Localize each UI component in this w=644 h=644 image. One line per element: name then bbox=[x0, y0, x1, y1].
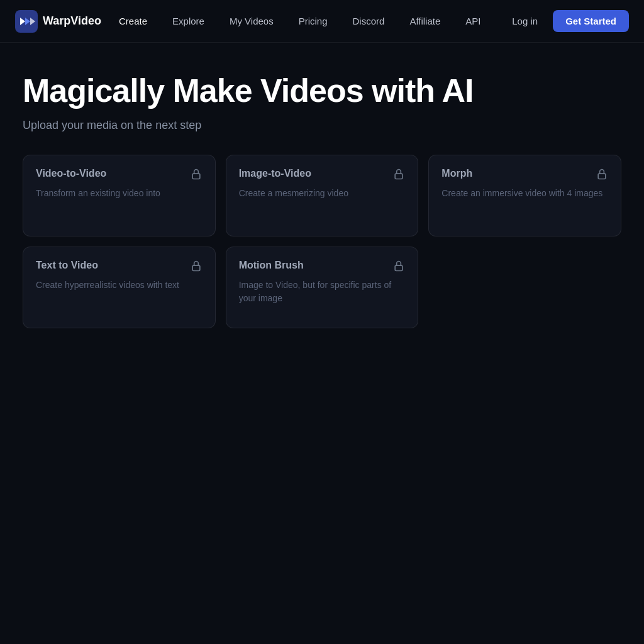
logo-link[interactable]: WarpVideo bbox=[15, 10, 101, 33]
svg-rect-3 bbox=[598, 174, 606, 179]
nav-explore[interactable]: Explore bbox=[160, 0, 217, 43]
svg-rect-1 bbox=[192, 174, 200, 179]
card-title: Motion Brush bbox=[239, 260, 304, 271]
nav-create[interactable]: Create bbox=[106, 0, 160, 43]
card-video-to-video[interactable]: Video-to-Video Transform an existing vid… bbox=[23, 155, 216, 236]
svg-rect-2 bbox=[395, 174, 402, 179]
card-description: Create an immersive video with 4 images bbox=[441, 187, 608, 200]
card-motion-brush[interactable]: Motion Brush Image to Video, but for spe… bbox=[226, 247, 419, 328]
lock-icon bbox=[596, 168, 608, 180]
nav-right: Log in Get Started bbox=[502, 10, 629, 32]
card-header: Motion Brush bbox=[239, 260, 406, 272]
logo-icon bbox=[15, 10, 38, 33]
lock-icon bbox=[190, 168, 203, 180]
card-description: Create a mesmerizing video bbox=[239, 187, 406, 200]
card-text-to-video[interactable]: Text to Video Create hyperrealistic vide… bbox=[23, 247, 216, 328]
card-image-to-video[interactable]: Image-to-Video Create a mesmerizing vide… bbox=[226, 155, 419, 236]
card-header: Image-to-Video bbox=[239, 168, 406, 180]
card-description: Image to Video, but for specific parts o… bbox=[239, 279, 406, 305]
card-title: Text to Video bbox=[36, 260, 98, 271]
svg-rect-5 bbox=[395, 265, 402, 270]
svg-rect-4 bbox=[192, 265, 200, 270]
page-subtitle: Upload your media on the next step bbox=[23, 119, 621, 132]
card-title: Image-to-Video bbox=[239, 168, 311, 179]
nav-pricing[interactable]: Pricing bbox=[286, 0, 340, 43]
card-header: Text to Video bbox=[36, 260, 203, 272]
card-title: Video-to-Video bbox=[36, 168, 106, 179]
lock-icon bbox=[190, 260, 203, 272]
cards-grid: Video-to-Video Transform an existing vid… bbox=[23, 155, 621, 328]
get-started-button[interactable]: Get Started bbox=[553, 10, 629, 32]
card-title: Morph bbox=[441, 168, 472, 179]
main-content: Magically Make Videos with AI Upload you… bbox=[0, 43, 644, 351]
nav-my-videos[interactable]: My Videos bbox=[217, 0, 286, 43]
page-title: Magically Make Videos with AI bbox=[23, 73, 621, 109]
navigation: WarpVideo Create Explore My Videos Prici… bbox=[0, 0, 644, 43]
nav-affiliate[interactable]: Affiliate bbox=[397, 0, 453, 43]
card-morph[interactable]: Morph Create an immersive video with 4 i… bbox=[428, 155, 621, 236]
logo-text: WarpVideo bbox=[43, 14, 101, 28]
card-description: Transform an existing video into bbox=[36, 187, 203, 200]
login-button[interactable]: Log in bbox=[502, 11, 548, 31]
lock-icon bbox=[392, 260, 405, 272]
card-description: Create hyperrealistic videos with text bbox=[36, 279, 203, 292]
nav-api[interactable]: API bbox=[453, 0, 493, 43]
nav-links: Create Explore My Videos Pricing Discord… bbox=[106, 0, 502, 43]
nav-discord[interactable]: Discord bbox=[340, 0, 397, 43]
lock-icon bbox=[392, 168, 405, 180]
card-header: Video-to-Video bbox=[36, 168, 203, 180]
card-header: Morph bbox=[441, 168, 608, 180]
